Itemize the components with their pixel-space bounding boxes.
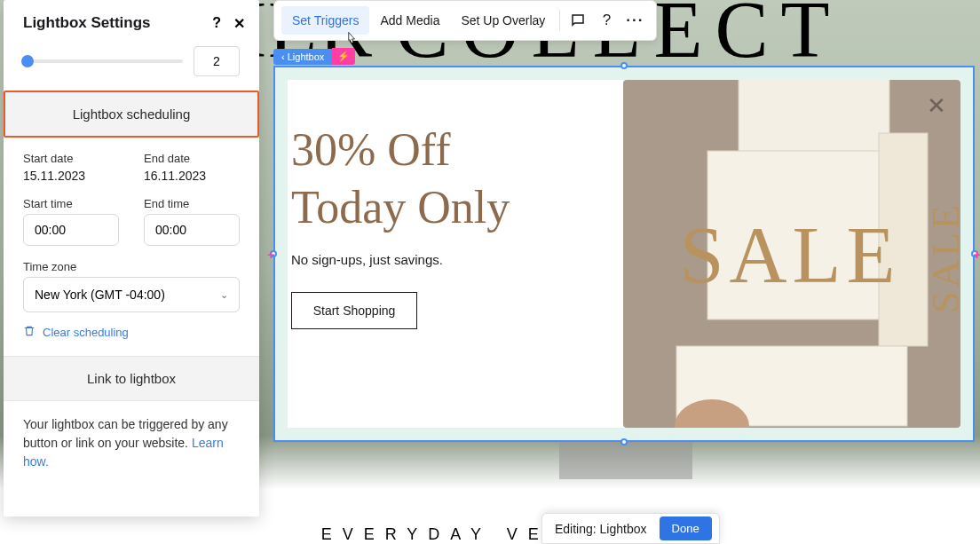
resize-handle-top[interactable]: [620, 62, 628, 69]
end-date-label: End date: [144, 152, 240, 165]
section-lightbox-scheduling[interactable]: Lightbox scheduling: [4, 91, 259, 138]
chevron-down-icon: ⌄: [220, 289, 228, 301]
lightbox-settings-panel: Lightbox Settings ? ✕ 2 Lightbox schedul…: [4, 0, 259, 516]
slider-thumb[interactable]: [21, 55, 34, 67]
start-shopping-button[interactable]: Start Shopping: [291, 292, 417, 329]
set-up-overlay-button[interactable]: Set Up Overlay: [450, 6, 556, 35]
editing-status-bar: Editing: Lightbox Done: [541, 513, 720, 544]
add-media-button[interactable]: Add Media: [369, 6, 450, 35]
element-toolbar: Set Triggers Add Media Set Up Overlay ? …: [273, 0, 657, 41]
lightbox-content: 30% Off Today Only No sign-ups, just sav…: [288, 80, 960, 428]
section-link-to-lightbox[interactable]: Link to lightbox: [4, 356, 259, 401]
done-button[interactable]: Done: [660, 516, 712, 540]
help-icon[interactable]: ?: [592, 6, 620, 35]
help-icon[interactable]: ?: [212, 15, 221, 31]
close-icon[interactable]: ✕: [233, 15, 245, 32]
toolbar-separator: [559, 10, 560, 31]
breadcrumb-label[interactable]: ‹ Lightbox: [273, 49, 332, 65]
link-description: Your lightbox can be triggered by any bu…: [4, 401, 259, 485]
more-icon[interactable]: ···: [620, 6, 649, 35]
bolt-icon[interactable]: ⚡: [332, 48, 355, 65]
hero-subtitle: EVERYDAY VERYONE: [0, 525, 980, 544]
svg-rect-1: [739, 80, 889, 155]
start-date-value[interactable]: 15.11.2023: [23, 169, 119, 183]
snap-guide-right: +: [973, 247, 980, 262]
delay-slider-row: 2: [4, 37, 259, 91]
set-triggers-button[interactable]: Set Triggers: [281, 6, 369, 35]
svg-rect-8: [685, 408, 739, 428]
svg-text:SALE: SALE: [680, 211, 901, 299]
svg-text:SALE: SALE: [924, 201, 960, 313]
resize-handle-bottom[interactable]: [620, 438, 628, 445]
timezone-label: Time zone: [23, 260, 240, 273]
start-time-input[interactable]: 00:00: [23, 214, 119, 246]
delay-slider[interactable]: [23, 59, 183, 63]
timezone-select[interactable]: New York (GMT -04:00) ⌄: [23, 277, 240, 312]
start-time-label: Start time: [23, 197, 119, 210]
end-time-label: End time: [144, 197, 240, 210]
comment-icon[interactable]: [564, 6, 592, 35]
start-date-label: Start date: [23, 152, 119, 165]
promo-image[interactable]: SALE SALE ✕: [623, 80, 960, 428]
snap-guide-left: +: [267, 247, 275, 262]
promo-heading-line1[interactable]: 30% Off: [291, 121, 623, 178]
end-time-input[interactable]: 00:00: [144, 214, 240, 246]
panel-header: Lightbox Settings ? ✕: [4, 0, 259, 37]
lightbox-selection[interactable]: + + 30% Off Today Only No sign-ups, just…: [273, 66, 975, 442]
promo-heading-line2[interactable]: Today Only: [291, 178, 623, 236]
timezone-value: New York (GMT -04:00): [35, 288, 165, 302]
delay-value-input[interactable]: 2: [194, 46, 240, 76]
editing-label: Editing: Lightbox: [555, 522, 647, 536]
clear-scheduling-link[interactable]: Clear scheduling: [43, 326, 129, 339]
end-date-value[interactable]: 16.11.2023: [144, 169, 240, 183]
element-breadcrumb[interactable]: ‹ Lightbox ⚡: [273, 48, 355, 65]
trash-icon[interactable]: [23, 325, 36, 340]
panel-title: Lightbox Settings: [23, 14, 151, 32]
lightbox-close-icon[interactable]: ✕: [927, 92, 946, 120]
promo-subtext[interactable]: No sign-ups, just savings.: [291, 252, 623, 267]
